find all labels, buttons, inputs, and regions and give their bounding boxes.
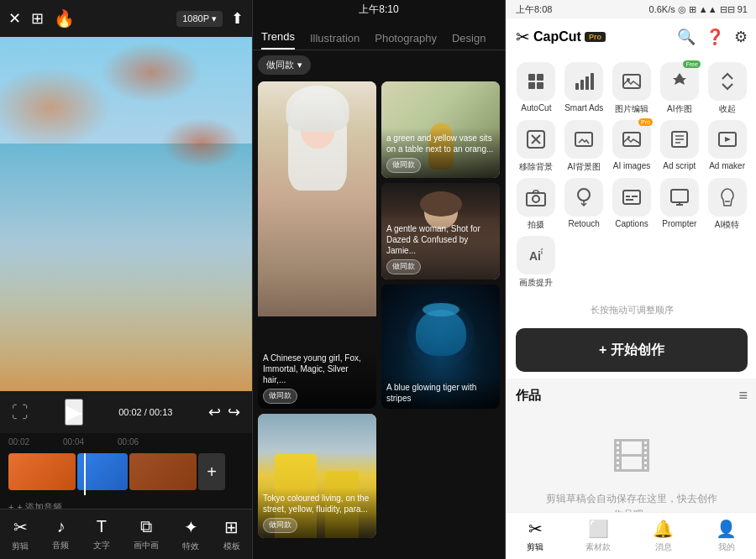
ad-maker-icon-box	[708, 120, 747, 159]
works-title: 作品	[516, 388, 541, 404]
svg-rect-25	[671, 190, 688, 202]
card-building[interactable]: Tokyo coloured living, on the street, ye…	[258, 414, 376, 538]
works-empty: 🎞 剪辑草稿会自动保存在这里，快去创作作品吧~	[516, 418, 748, 512]
create-btn-section: + 开始创作	[506, 321, 756, 379]
svg-rect-0	[528, 74, 535, 81]
right-header: ✂ CapCut Pro 🔍 ❓ ⚙	[506, 18, 756, 55]
new-project-button[interactable]: ⊞	[31, 9, 44, 28]
settings-icon[interactable]: ⚙	[734, 28, 748, 46]
tool-cut[interactable]: ✂ 剪辑	[12, 517, 29, 552]
card-portrait[interactable]: A gentle woman, Shot for Dazed & Confuse…	[381, 183, 500, 280]
tab-design[interactable]: Design	[452, 32, 486, 50]
feature-retouch[interactable]: Retouch	[562, 178, 606, 231]
redo-button[interactable]: ↪	[228, 403, 240, 421]
smartads-icon-box	[564, 62, 603, 101]
question-icon[interactable]: ❓	[706, 28, 724, 46]
text-icon: T	[97, 517, 107, 536]
fullscreen-icon[interactable]: ⛶	[12, 403, 29, 422]
card-label-vase: a green and yellow vase sits on a table …	[381, 128, 500, 178]
inspiration-grid: A Chinese young girl, Fox, Immortal, Mag…	[258, 81, 500, 538]
clip-3[interactable]	[129, 453, 197, 490]
filter-button[interactable]: 做同款 ▾	[258, 55, 311, 75]
anime-badge[interactable]: 做同款	[263, 389, 297, 404]
feature-ai-model[interactable]: AI模特	[705, 178, 749, 231]
profile-nav-icon: 👤	[716, 519, 737, 539]
feature-ai-bg[interactable]: AI背景图	[562, 120, 606, 173]
collapse-icon-box	[708, 62, 747, 101]
card-img-anime	[258, 81, 376, 316]
svg-rect-3	[537, 82, 543, 89]
card-label-building: Tokyo coloured living, on the street, ye…	[258, 488, 376, 538]
camera-icon-box	[517, 178, 555, 217]
video-editor-panel: ✕ ⊞ 🔥 1080P ▾ ⬆ ⛶ ▶ 00:02 / 00:13 ↩ ↪	[0, 0, 252, 559]
undo-button[interactable]: ↩	[208, 403, 221, 421]
add-audio-button[interactable]: + + 添加音频	[0, 499, 252, 509]
retouch-icon-box	[564, 178, 603, 217]
enhance-icon-box: Ai	[517, 236, 555, 274]
card-tiger[interactable]: A blue glowing tiger with stripes	[381, 285, 500, 409]
feature-photo-edit[interactable]: 图片编辑	[610, 62, 654, 115]
play-button[interactable]: ▶	[65, 399, 83, 426]
clip-1[interactable]	[8, 453, 76, 490]
feature-remove-bg[interactable]: 移除背景	[514, 120, 559, 173]
feature-prompter[interactable]: Prompter	[657, 178, 701, 231]
tool-text[interactable]: T 文字	[93, 517, 110, 551]
tool-template[interactable]: ⊞ 模板	[223, 517, 240, 552]
edit-nav-icon: ✂	[528, 519, 543, 539]
nav-edit[interactable]: ✂ 剪辑	[527, 519, 543, 553]
tab-trends[interactable]: Trends	[261, 30, 295, 50]
vase-badge[interactable]: 做同款	[386, 158, 421, 173]
feature-ad-maker[interactable]: Ad maker	[705, 120, 749, 173]
capcut-logo: ✂ CapCut Pro	[516, 27, 606, 47]
photo-edit-icon-box	[612, 62, 651, 101]
editor-topbar: ✕ ⊞ 🔥 1080P ▾ ⬆	[0, 0, 252, 37]
card-vase[interactable]: a green and yellow vase sits on a table …	[381, 81, 500, 178]
tool-effects[interactable]: ✦ 特效	[182, 517, 199, 552]
card-label-portrait: A gentle woman, Shot for Dazed & Confuse…	[381, 218, 500, 280]
feature-ai-drawing[interactable]: Free AI作图	[657, 62, 701, 115]
feature-enhance[interactable]: Ai 画质提升	[514, 236, 559, 289]
tool-audio[interactable]: ♪ 音频	[52, 517, 69, 551]
inspiration-panel: 上午8:10 Trends Illustration Photography D…	[253, 0, 505, 559]
timeline-track[interactable]: +	[8, 453, 244, 495]
time-display: 00:02 / 00:13	[118, 407, 172, 417]
header-icons: 🔍 ❓ ⚙	[677, 28, 748, 46]
leaf-layer	[0, 37, 252, 391]
ai-bg-icon-box	[564, 120, 603, 159]
feature-camera[interactable]: 拍摄	[514, 178, 559, 231]
feature-collapse[interactable]: 收起	[705, 62, 749, 115]
audio-icon: ♪	[56, 517, 65, 536]
ad-script-icon-box	[660, 120, 699, 159]
nav-profile[interactable]: 👤 我的	[716, 519, 737, 553]
undo-redo: ↩ ↪	[208, 403, 240, 421]
portrait-badge[interactable]: 做同款	[386, 259, 421, 274]
card-label-tiger: A blue glowing tiger with stripes	[381, 377, 500, 409]
nav-messages[interactable]: 🔔 消息	[653, 519, 674, 553]
works-menu-icon[interactable]: ≡	[738, 387, 748, 405]
tab-illustration[interactable]: Illustration	[310, 32, 360, 50]
building-badge[interactable]: 做同款	[263, 518, 297, 533]
tool-pip[interactable]: ⧉ 画中画	[134, 517, 159, 551]
create-button[interactable]: + 开始创作	[516, 328, 748, 372]
topbar-right: 1080P ▾ ⬆	[176, 9, 244, 28]
feature-autocut[interactable]: AutoCut	[514, 62, 559, 115]
messages-nav-icon: 🔔	[653, 519, 674, 539]
add-clip-button[interactable]: +	[198, 453, 225, 490]
nav-materials[interactable]: ⬜ 素材款	[585, 519, 611, 553]
export-button[interactable]: ⬆	[231, 9, 244, 28]
feature-ai-images[interactable]: Pro AI images	[610, 120, 654, 173]
tab-photography[interactable]: Photography	[375, 32, 437, 50]
feature-captions[interactable]: Captions	[610, 178, 654, 231]
capcut-home-panel: 上午8:08 0.6K/s ◎ ⊞ ▲▲ ⊟⊟ 91 ✂ CapCut Pro …	[506, 0, 756, 559]
resolution-badge[interactable]: 1080P ▾	[176, 11, 223, 27]
feature-ad-script[interactable]: Ad script	[657, 120, 701, 173]
search-icon[interactable]: 🔍	[677, 28, 696, 46]
autocut-icon-box	[517, 62, 555, 101]
works-header: 作品 ≡	[516, 387, 748, 405]
close-button[interactable]: ✕	[8, 9, 21, 28]
works-section: 作品 ≡ 🎞 剪辑草稿会自动保存在这里，快去创作作品吧~	[506, 379, 756, 512]
card-anime-girl[interactable]: A Chinese young girl, Fox, Immortal, Mag…	[258, 81, 376, 409]
feature-smartads[interactable]: Smart Ads	[562, 62, 606, 115]
pro-badge-ai: Pro	[638, 118, 653, 126]
mid-tabs: Trends Illustration Photography Design	[253, 18, 505, 50]
